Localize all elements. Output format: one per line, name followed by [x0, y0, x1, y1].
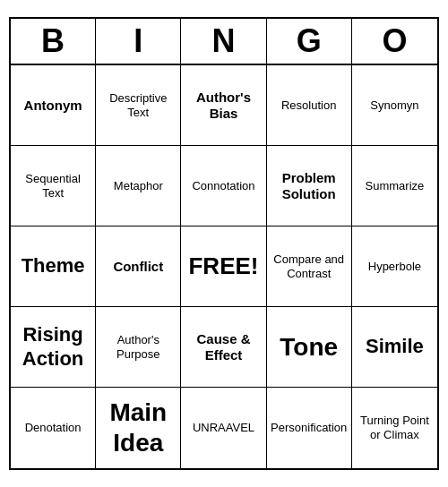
bingo-cell: Resolution	[267, 65, 352, 146]
bingo-cell: Connotation	[181, 146, 266, 226]
bingo-cell: Main Idea	[96, 388, 181, 468]
bingo-cell: Rising Action	[11, 307, 96, 388]
bingo-cell: Turning Point or Climax	[352, 388, 437, 468]
bingo-cell: Descriptive Text	[96, 65, 181, 146]
bingo-cell: Theme	[11, 226, 96, 307]
bingo-cell: FREE!	[181, 226, 266, 307]
bingo-cell: Personification	[267, 388, 352, 468]
bingo-cell: Compare and Contrast	[267, 226, 352, 307]
bingo-card: BINGO AntonymDescriptive TextAuthor's Bi…	[9, 17, 439, 470]
bingo-cell: Hyperbole	[352, 226, 437, 307]
header-letter: O	[352, 19, 437, 64]
bingo-cell: Antonym	[11, 65, 96, 146]
header-letter: I	[96, 19, 181, 64]
bingo-cell: Metaphor	[96, 146, 181, 226]
bingo-cell: Problem Solution	[267, 146, 352, 226]
bingo-cell: Author's Bias	[181, 65, 266, 146]
header-letter: N	[181, 19, 266, 64]
bingo-header: BINGO	[11, 19, 437, 65]
bingo-cell: Conflict	[96, 226, 181, 307]
bingo-cell: Simile	[352, 307, 437, 388]
bingo-cell: Cause & Effect	[181, 307, 266, 388]
bingo-grid: AntonymDescriptive TextAuthor's BiasReso…	[11, 65, 437, 468]
header-letter: B	[11, 19, 96, 64]
bingo-cell: Tone	[267, 307, 352, 388]
bingo-cell: Author's Purpose	[96, 307, 181, 388]
header-letter: G	[267, 19, 352, 64]
bingo-cell: Sequential Text	[11, 146, 96, 226]
bingo-cell: Denotation	[11, 388, 96, 468]
bingo-cell: UNRAAVEL	[181, 388, 266, 468]
bingo-cell: Synomyn	[352, 65, 437, 146]
bingo-cell: Summarize	[352, 146, 437, 226]
